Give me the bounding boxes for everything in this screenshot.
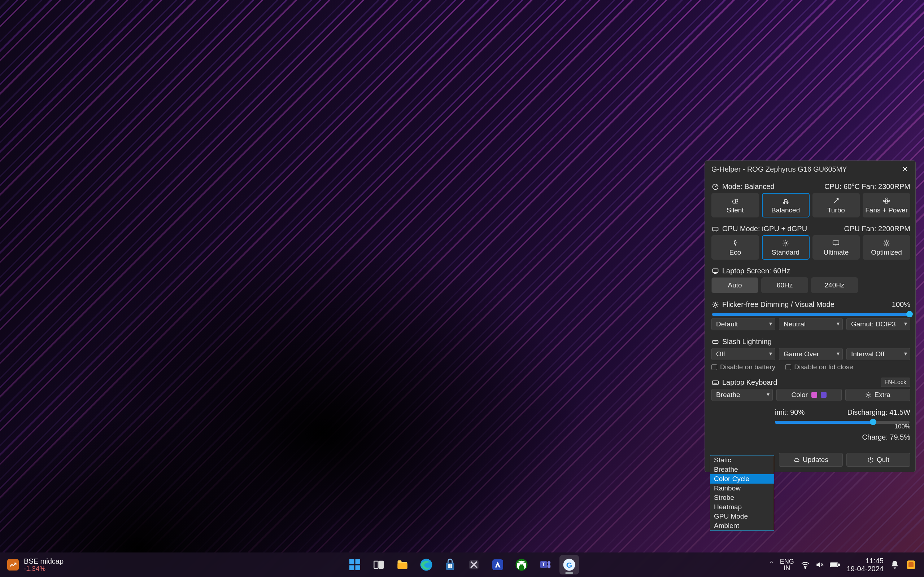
svg-rect-23 [448,564,450,566]
notifications-icon[interactable] [890,560,900,569]
kb-option-gpu-mode[interactable]: GPU Mode [710,512,774,521]
fnlock-button[interactable]: FN-Lock [881,377,910,387]
mode-option-icon [781,197,790,205]
dimming-slider[interactable] [712,313,909,316]
screen-option-60hz[interactable]: 60Hz [761,277,808,293]
dimming-select-2[interactable]: Gamut: DCIP3 [846,318,910,330]
svg-point-14 [867,394,869,396]
titlebar[interactable]: G-Helper - ROG Zephyrus G16 GU605MY ✕ [705,161,915,177]
start-button[interactable] [345,555,365,574]
slash-select-1[interactable]: Game Over [779,348,843,360]
color-swatch-1 [811,392,817,398]
window-title: G-Helper - ROG Zephyrus G16 GU605MY [711,165,847,174]
disable-battery-checkbox[interactable]: Disable on battery [711,363,775,371]
teams-app[interactable]: T [536,555,555,574]
gpu-grid-eco[interactable]: Eco [711,235,759,259]
dimming-label: Flicker-free Dimming / Visual Mode [722,300,835,309]
svg-rect-25 [448,566,450,567]
file-explorer[interactable] [393,555,412,574]
keyboard-label: Laptop Keyboard [722,378,777,387]
tray-chevron-icon[interactable]: ˄ [769,561,774,569]
keyboard-color-button[interactable]: Color [776,389,842,401]
kb-option-strobe[interactable]: Strobe [710,493,774,502]
svg-rect-24 [451,564,452,566]
ghelper-taskbar[interactable]: G [559,555,579,574]
mode-option-icon [782,239,790,247]
tray-app-icon[interactable] [906,560,916,570]
svg-rect-20 [379,561,383,568]
taskbar-widgets[interactable]: BSE midcap -1.34% [0,557,63,573]
svg-rect-38 [838,564,839,566]
svg-point-11 [714,303,717,306]
keyboard-extra-button[interactable]: Extra [845,389,911,401]
kb-option-heatmap[interactable]: Heatmap [710,502,774,512]
brightness-icon [711,301,719,309]
svg-rect-33 [548,564,551,568]
cloud-icon [793,456,800,463]
task-view[interactable] [369,555,388,574]
mode-option-icon [731,197,740,205]
mode-grid-fans-power[interactable]: Fans + Power [863,193,910,218]
svg-rect-10 [713,269,718,272]
keyboard-mode-dropdown[interactable]: StaticBreatheColor CycleRainbowStrobeHea… [710,455,774,531]
gpu-grid-optimized[interactable]: Optimized [863,235,910,259]
screen-label: Laptop Screen: 60Hz [722,267,790,275]
close-button[interactable]: ✕ [900,164,910,174]
svg-rect-41 [908,562,914,567]
gpu-grid-ultimate[interactable]: Ultimate [813,235,860,259]
battery-slider[interactable] [775,421,909,424]
svg-rect-19 [374,561,378,568]
updates-button[interactable]: Updates [779,453,843,467]
gpu-icon [711,225,719,233]
stock-name: BSE midcap [24,557,63,565]
kb-option-color-cycle[interactable]: Color Cycle [710,474,774,484]
svg-point-3 [783,202,785,204]
keyboard-icon [711,379,719,387]
svg-rect-6 [713,227,718,231]
clock[interactable]: 11:45 19-04-2024 [847,557,884,573]
gauge-icon [711,183,719,191]
svg-text:G: G [566,561,572,569]
svg-point-4 [787,202,788,204]
mode-option-icon [832,197,840,205]
svg-point-9 [885,242,888,244]
battery-discharge: Discharging: 41.5W [847,408,910,416]
dimming-value: 100% [892,300,910,309]
gpu-status: GPU Fan: 2200RPM [844,225,910,233]
dimming-select-0[interactable]: Default [711,318,775,330]
mode-grid-turbo[interactable]: Turbo [813,193,860,218]
dimming-select-1[interactable]: Neutral [779,318,843,330]
keyboard-mode-select[interactable]: Breathe [711,389,773,401]
slash-icon [711,338,719,346]
screen-option-auto[interactable]: Auto [711,277,758,293]
screenx-app[interactable] [464,555,484,574]
armoury-crate[interactable] [488,555,507,574]
ms-store[interactable] [440,555,460,574]
svg-rect-13 [712,381,719,384]
wifi-icon[interactable] [801,560,810,569]
language-indicator[interactable]: ENG IN [780,558,794,571]
kb-option-rainbow[interactable]: Rainbow [710,484,774,493]
kb-option-static[interactable]: Static [710,456,774,465]
disable-lid-checkbox[interactable]: Disable on lid close [785,363,853,371]
slash-select-2[interactable]: Interval Off [846,348,910,360]
gear-icon [865,392,872,398]
svg-rect-18 [355,566,360,571]
slash-select-0[interactable]: Off [711,348,775,360]
volume-mute-icon[interactable] [815,560,824,569]
xbox-app[interactable] [512,555,531,574]
mode-label: Mode: Balanced [722,182,775,191]
mode-grid-balanced[interactable]: Balanced [762,193,809,218]
quit-button[interactable]: Quit [846,453,910,467]
edge-browser[interactable] [417,555,436,574]
mode-option-icon [882,197,891,205]
mode-grid-silent[interactable]: Silent [711,193,759,218]
gpu-label: GPU Mode: iGPU + dGPU [722,225,807,233]
screen-option-240hz[interactable]: 240Hz [811,277,858,293]
mode-option-icon [832,239,840,247]
battery-icon[interactable] [829,560,840,569]
kb-option-ambient[interactable]: Ambient [710,521,774,530]
gpu-grid-standard[interactable]: Standard [762,235,809,259]
kb-option-breathe[interactable]: Breathe [710,465,774,474]
mode-option-icon [882,239,890,247]
